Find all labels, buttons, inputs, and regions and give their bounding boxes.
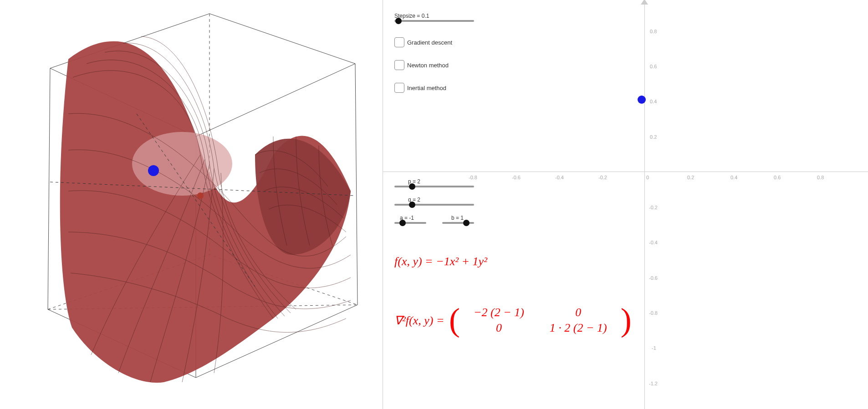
stepsize-thumb[interactable]: [395, 18, 402, 24]
y-tick: -0.8: [649, 310, 658, 316]
svg-line-0: [48, 68, 50, 309]
b-thumb[interactable]: [463, 220, 470, 226]
y-axis-arrow: [641, 0, 648, 5]
y-tick: -1: [652, 345, 656, 351]
a-thumb[interactable]: [399, 220, 406, 226]
hessian-r1c1: −2 (2 − 1): [461, 305, 537, 320]
y-tick: -1.2: [649, 381, 658, 386]
saddle-surface: [60, 36, 351, 383]
y-tick: -0.6: [649, 275, 658, 281]
y-tick: 0.6: [650, 64, 657, 69]
formula-hessian: ∇²f(x, y) = ( −2 (2 − 1) 0 0 1 · 2 (2 − …: [394, 305, 632, 336]
formula-f: f(x, y) = −1x² + 1y²: [394, 255, 487, 268]
red-point-3d: [197, 192, 204, 199]
svg-marker-8: [641, 0, 648, 5]
y-tick: 0.8: [650, 29, 657, 34]
a-slider[interactable]: a = -1: [394, 215, 426, 224]
q-track[interactable]: [394, 204, 474, 206]
y-tick: 0.2: [650, 134, 657, 140]
blue-point-3d[interactable]: [148, 165, 159, 176]
x-tick: 0.2: [687, 175, 694, 180]
b-slider[interactable]: b = 1: [442, 215, 474, 224]
hessian-r1c2: 0: [537, 305, 620, 320]
x-tick: 0.4: [730, 175, 737, 180]
inertial-method-label: Inertial method: [407, 85, 446, 91]
b-label: b = 1: [442, 215, 474, 221]
p-track[interactable]: [394, 186, 474, 187]
gradient-descent-checkbox[interactable]: [394, 37, 404, 47]
blue-point-2d[interactable]: [638, 96, 646, 104]
stepsize-slider[interactable]: Stepsize = 0.1: [394, 13, 474, 22]
stepsize-track[interactable]: [394, 20, 474, 22]
panel-2d-view[interactable]: -0.8 -0.6 -0.4 -0.2 0 0.2 0.4 0.6 0.8 0.…: [383, 0, 868, 409]
surface-3d-svg[interactable]: [0, 0, 383, 409]
hessian-r2c2: 1 · 2 (2 − 1): [537, 320, 620, 336]
q-slider[interactable]: q = 2: [394, 197, 474, 206]
inertial-method-checkbox[interactable]: [394, 83, 404, 93]
y-tick: -0.4: [649, 240, 658, 245]
hessian-prefix: ∇²f(x, y) =: [394, 313, 447, 328]
x-axis-line: [383, 172, 868, 172]
panel-3d-view[interactable]: [0, 0, 383, 409]
q-thumb[interactable]: [409, 202, 415, 208]
x-tick: -0.4: [555, 175, 564, 180]
x-tick: -0.2: [598, 175, 607, 180]
stepsize-label: Stepsize = 0.1: [394, 13, 474, 19]
y-axis-line: [644, 0, 645, 409]
newton-method-checkbox[interactable]: [394, 60, 404, 70]
x-tick: -0.6: [512, 175, 521, 180]
formula-f-text: f(x, y) = −1x² + 1y²: [394, 255, 487, 268]
y-tick: 0.4: [650, 99, 657, 104]
hessian-r2c1: 0: [461, 320, 537, 336]
svg-line-1: [355, 64, 357, 305]
x-tick: 0.8: [817, 175, 824, 180]
p-thumb[interactable]: [409, 183, 415, 190]
a-track[interactable]: [394, 222, 426, 224]
y-tick: -0.2: [649, 205, 658, 210]
b-track[interactable]: [442, 222, 474, 224]
x-tick: 0: [646, 175, 649, 180]
inertial-method-checkbox-row: Inertial method: [394, 83, 446, 93]
a-label: a = -1: [394, 215, 426, 221]
p-slider[interactable]: p = 2: [394, 178, 474, 187]
gradient-descent-label: Gradient descent: [407, 39, 452, 46]
hessian-lparen-icon: (: [449, 307, 460, 333]
newton-method-label: Newton method: [407, 62, 449, 69]
gradient-descent-checkbox-row: Gradient descent: [394, 37, 452, 47]
x-tick: 0.6: [774, 175, 781, 180]
newton-method-checkbox-row: Newton method: [394, 60, 449, 70]
hessian-rparen-icon: ): [621, 307, 632, 333]
q-label: q = 2: [394, 197, 474, 203]
p-label: p = 2: [394, 178, 474, 185]
